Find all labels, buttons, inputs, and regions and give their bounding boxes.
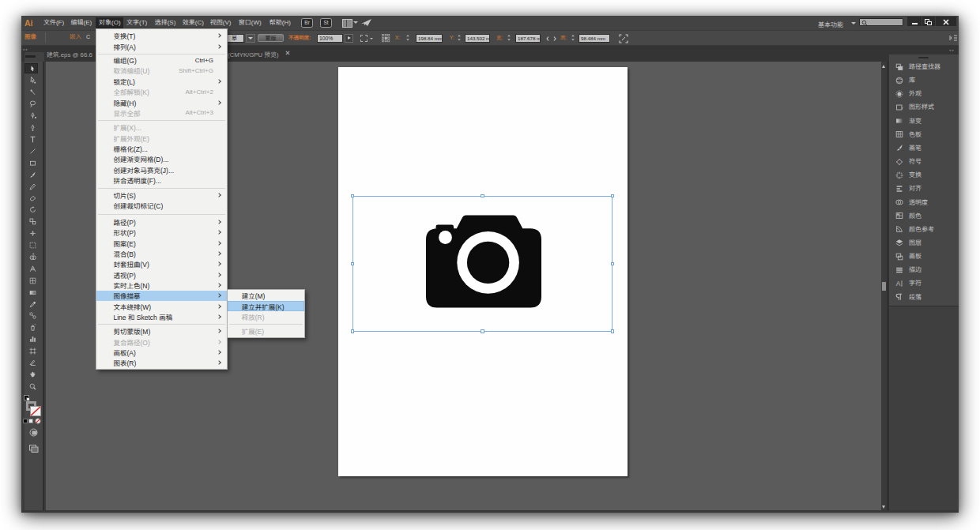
svg-text:A: A — [896, 280, 901, 288]
